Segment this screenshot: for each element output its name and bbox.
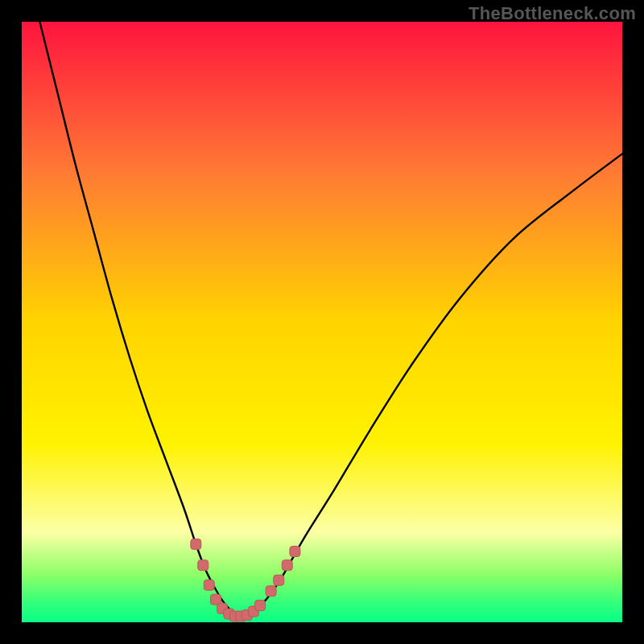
watermark-text: TheBottleneck.com bbox=[469, 3, 636, 24]
plot-area bbox=[22, 22, 622, 622]
curve-marker bbox=[198, 560, 208, 571]
curve-layer bbox=[22, 22, 622, 622]
curve-marker bbox=[255, 601, 266, 611]
bottleneck-curve bbox=[39, 22, 622, 617]
curve-markers bbox=[191, 539, 300, 622]
chart-frame: TheBottleneck.com bbox=[0, 0, 644, 644]
curve-marker bbox=[290, 546, 300, 556]
curve-marker bbox=[274, 575, 284, 585]
curve-marker bbox=[282, 560, 292, 571]
curve-marker bbox=[204, 580, 214, 590]
curve-marker bbox=[266, 586, 276, 597]
curve-marker bbox=[191, 539, 201, 550]
